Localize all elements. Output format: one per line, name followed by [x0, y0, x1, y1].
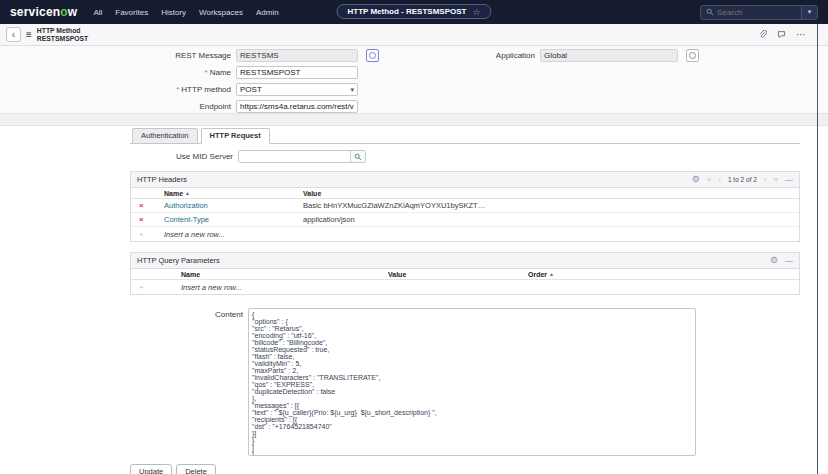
- logo-text-end: w: [68, 5, 78, 19]
- rest-message-label: REST Message: [0, 51, 236, 60]
- attachment-icon[interactable]: [758, 30, 767, 39]
- http-method-value: POST: [240, 85, 262, 94]
- header-name-link[interactable]: Content-Type: [164, 215, 209, 224]
- form-footer: Update Delete: [130, 464, 800, 474]
- record-name-label: RESTSMSPOST: [37, 35, 88, 43]
- preview-record-icon: [369, 52, 376, 59]
- http-headers-header: HTTP Headers ⚙ « ‹ 1 to 2 of 2 › » —: [131, 172, 799, 188]
- column-header-value[interactable]: Value: [383, 271, 523, 278]
- logo-green-letter: o: [60, 5, 68, 19]
- record-title-text: HTTP Method - RESTSMSPOST: [347, 7, 466, 16]
- http-headers-controls: ⚙ « ‹ 1 to 2 of 2 › » —: [692, 175, 793, 184]
- search-icon: [701, 8, 717, 16]
- name-field[interactable]: [236, 66, 358, 79]
- http-headers-column-header: Name▲ Value: [131, 188, 799, 199]
- delete-button[interactable]: Delete: [176, 464, 216, 474]
- header-value-cell[interactable]: Basic bHnYXMucGZlaWZnZKiAqmYOYXU1bySKZT…: [303, 201, 485, 210]
- form-context-menu-icon[interactable]: ≡: [26, 29, 32, 40]
- collapse-section-icon[interactable]: —: [785, 175, 793, 184]
- table-row: × Content-Type application/json: [131, 213, 799, 227]
- nav-item-favorites[interactable]: Favorites: [115, 8, 148, 17]
- endpoint-field[interactable]: [236, 100, 358, 113]
- record-type-label: HTTP Method: [37, 27, 88, 35]
- http-headers-title: HTTP Headers: [137, 175, 187, 184]
- insert-new-row[interactable]: + Insert a new row...: [131, 227, 799, 241]
- application-preview-button[interactable]: [686, 49, 699, 62]
- logo-text: servicen: [10, 5, 60, 19]
- query-params-column-header: Name Value Order▲: [131, 269, 799, 280]
- record-title-pill[interactable]: HTTP Method - RESTSMSPOST ☆: [336, 4, 491, 19]
- top-nav: servicenow All Favorites History Workspa…: [0, 0, 828, 24]
- global-search[interactable]: ▾: [700, 5, 818, 20]
- application-field[interactable]: [540, 49, 678, 62]
- tab-strip: Authentication HTTP Request: [130, 126, 800, 143]
- nav-item-admin[interactable]: Admin: [256, 8, 279, 17]
- header-value-cell[interactable]: application/json: [303, 215, 355, 224]
- http-method-label: *HTTP method: [0, 85, 236, 94]
- delete-row-icon[interactable]: ×: [139, 215, 144, 224]
- record-header-title: HTTP Method RESTSMSPOST: [37, 27, 88, 42]
- endpoint-label: Endpoint: [0, 102, 236, 111]
- mid-server-lookup: [238, 150, 366, 163]
- chevron-down-icon: ▾: [350, 86, 354, 94]
- rest-message-field[interactable]: [236, 49, 358, 62]
- table-row: × Authorization Basic bHnYXMucGZlaWZnZKi…: [131, 199, 799, 213]
- first-page-icon[interactable]: «: [707, 176, 711, 184]
- required-marker: *: [176, 85, 179, 94]
- sort-asc-icon: ▲: [185, 190, 190, 196]
- nav-right: ▾: [700, 5, 818, 20]
- tab-http-request[interactable]: HTTP Request: [201, 128, 270, 144]
- http-method-select[interactable]: POST ▾: [236, 83, 358, 96]
- tab-panel: Authentication HTTP Request Use MID Serv…: [130, 126, 800, 474]
- right-panel-edge: [817, 24, 818, 474]
- gear-icon[interactable]: ⚙: [770, 256, 778, 265]
- more-options-icon[interactable]: ⋯: [796, 30, 806, 40]
- sort-asc-icon: ▲: [549, 271, 554, 277]
- nav-menu: All Favorites History Workspaces Admin: [93, 8, 278, 17]
- collapse-section-icon[interactable]: —: [785, 256, 793, 265]
- tab-authentication[interactable]: Authentication: [132, 128, 198, 144]
- search-scope-caret[interactable]: ▾: [801, 6, 817, 19]
- gear-icon[interactable]: ⚙: [692, 175, 700, 184]
- prev-page-icon[interactable]: ‹: [718, 176, 721, 184]
- last-page-icon[interactable]: »: [774, 176, 778, 184]
- update-button[interactable]: Update: [130, 464, 172, 474]
- delete-row-icon[interactable]: ×: [139, 201, 144, 210]
- application-label: Application: [410, 51, 540, 60]
- insert-new-row[interactable]: + Insert a new row...: [131, 280, 799, 294]
- query-params-header: HTTP Query Parameters ⚙ —: [131, 253, 799, 269]
- activity-stream-icon[interactable]: [777, 30, 786, 39]
- record-form: REST Message Application *Name *HTTP met…: [0, 46, 828, 113]
- next-page-icon[interactable]: ›: [764, 176, 767, 184]
- search-input[interactable]: [717, 8, 801, 17]
- insert-row-icon: +: [139, 230, 144, 239]
- query-params-title: HTTP Query Parameters: [137, 256, 220, 265]
- rest-message-preview-button[interactable]: [366, 49, 379, 62]
- column-header-order[interactable]: Order▲: [523, 271, 799, 278]
- insert-row-text[interactable]: Insert a new row...: [181, 283, 242, 292]
- nav-item-history[interactable]: History: [161, 8, 186, 17]
- mid-server-input[interactable]: [239, 151, 350, 162]
- nav-item-all[interactable]: All: [93, 8, 102, 17]
- column-header-name[interactable]: Name: [176, 271, 383, 278]
- column-header-value[interactable]: Value: [303, 190, 799, 197]
- back-button[interactable]: ‹: [6, 27, 21, 42]
- search-icon: [354, 153, 362, 161]
- pagination-label: 1 to 2 of 2: [728, 176, 757, 183]
- query-params-controls: ⚙ —: [770, 256, 793, 265]
- header-name-link[interactable]: Authorization: [164, 201, 208, 210]
- preview-record-icon: [689, 52, 696, 59]
- mid-server-search-button[interactable]: [350, 151, 365, 162]
- mid-server-label: Use MID Server: [130, 152, 238, 161]
- favorite-star-icon[interactable]: ☆: [472, 7, 480, 17]
- column-header-name[interactable]: Name▲: [164, 190, 303, 197]
- servicenow-logo[interactable]: servicenow: [10, 5, 77, 19]
- app-window: servicenow All Favorites History Workspa…: [0, 0, 828, 474]
- tab-body-http-request: Use MID Server HTTP Headers ⚙ « ‹ 1: [130, 143, 800, 474]
- insert-row-icon: +: [139, 283, 144, 292]
- content-textarea[interactable]: { "options" : { "src" : "Retarus", "enco…: [248, 308, 696, 456]
- http-method-label-text: HTTP method: [181, 85, 231, 94]
- insert-row-text[interactable]: Insert a new row...: [164, 230, 225, 239]
- name-label: *Name: [0, 68, 236, 77]
- nav-item-workspaces[interactable]: Workspaces: [199, 8, 243, 17]
